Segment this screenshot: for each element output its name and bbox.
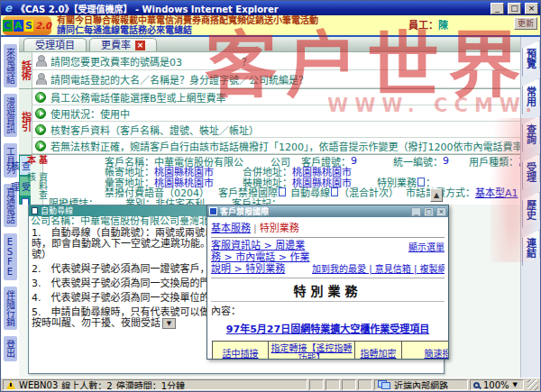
service-link[interactable]: 指轉加密: [355, 342, 402, 360]
sidebar-item-roaming-info[interactable]: 漫遊資訊: [4, 94, 17, 137]
guide-row: 若無法核對正確，婉請客戶自行由該市話話機撥打「1200」，依語音提示作變更（撥打…: [32, 138, 520, 154]
employee-info: 員工：陳: [408, 17, 448, 32]
right-tab-links[interactable]: 連結: [522, 230, 540, 266]
script-text: 請問您要更改費率的號碼是03 ？: [50, 54, 252, 68]
popup-nav: 客服資訊站 > 周邊業務 > 市內電話 > 作業說明 > 特別業務 顯示選單 加…: [211, 240, 445, 275]
logo-version: 2.0: [35, 21, 51, 31]
popup-restore-button[interactable]: □: [424, 207, 434, 216]
autoline-doc-icon[interactable]: [331, 187, 338, 196]
popup-heading: 特別業務: [211, 278, 445, 299]
magnifier-icon: [473, 382, 480, 388]
status-zone: 近端內部網路: [394, 379, 448, 390]
left-sidebar: 來電總結 漫遊資訊 工具列 直通電話 ESFE 伴隨行銷 登出: [1, 37, 19, 378]
minimize-button[interactable]: _: [491, 3, 504, 14]
guide-row: 使用狀況：使用中: [32, 105, 520, 122]
autoline-label: 自動尋線: [290, 185, 330, 199]
guide-text: 若無法核對正確，婉請客戶自行由該市話話機撥打「1200」，依語音提示作變更（撥打…: [50, 139, 520, 153]
cas-logo: C A S 2.0: [3, 16, 51, 35]
combo-dropdown-icon[interactable]: ▼: [162, 318, 176, 329]
tab-accept-items-label: 受理項目: [35, 40, 75, 51]
customer-data-section: 查核 受理 基本 資料查核 客戶名稱：中華電信股份有限公 公司 客戶證號：9 統…: [19, 154, 520, 206]
popup-nav-side: 顯示選單 加到我的最愛 | 意見信箱 | 複製網址 | 列印: [312, 240, 445, 275]
tab-close-icon[interactable]: ×: [135, 41, 145, 50]
guide-row: 核對客戶資料（客戶名稱、證號、裝址／帳址）: [32, 122, 520, 138]
billing-value-link[interactable]: 基本型A1: [475, 185, 518, 199]
warning-icon: [6, 380, 15, 389]
close-button[interactable]: ×: [525, 3, 538, 14]
guide-text: 員工公務電話僅能選擇B型或上網型費率: [50, 90, 226, 105]
popup-titlebar[interactable]: 客戶禁撥國際 _ □ ×: [207, 205, 448, 217]
guide-text: 使用狀況：使用中: [50, 106, 130, 121]
resize-grip[interactable]: [527, 379, 538, 390]
customer-data-body: 客戶名稱：中華電信股份有限公 公司 客戶證號：9 統一編號：9 用戶種類：乙 帳…: [43, 155, 520, 206]
popup-close-button[interactable]: ×: [436, 207, 446, 216]
scroll-up-icon[interactable]: ▲: [430, 188, 443, 202]
tab-accept-items[interactable]: 受理項目: [23, 38, 87, 51]
green-arrow-icon: [35, 141, 46, 151]
green-arrow-icon: [35, 124, 46, 135]
sidebar-item-esfe[interactable]: ESFE: [4, 233, 17, 280]
sidebar-item-marketing[interactable]: 伴隨行銷: [4, 287, 17, 330]
service-link[interactable]: 簡速撥號: [402, 342, 449, 360]
popup-window: 客戶禁撥國際 _ □ × 基本服務|特別業務 客服資訊站 > 周邊業務 > 市內…: [206, 205, 449, 360]
maximize-button[interactable]: □: [508, 3, 521, 14]
right-tab-frequent[interactable]: 常用: [522, 78, 540, 114]
logo-letter-a: A: [14, 20, 23, 32]
ubn-value: 9: [443, 155, 449, 167]
script-row: 請問電話登記的大名／名稱是？身分證字號／公司統編是？: [32, 70, 520, 88]
script-text: 請問電話登記的大名／名稱是？身分證字號／公司統編是？: [50, 72, 308, 87]
service-link[interactable]: 話中插接: [213, 342, 269, 360]
banner-line-2: 請同仁每通進線電話務必來電總結: [57, 25, 318, 35]
status-panel-zoom[interactable]: 100% ▼: [470, 379, 524, 390]
announcement-banner: C A S 2.0 有關今日聯合報報載中華電信消費券商搭配寬頻促銷送小筆電活動 …: [1, 15, 540, 37]
show-menu-link[interactable]: 顯示選單: [408, 240, 445, 253]
guide-text: 核對客戶資料（客戶名稱、證號、裝址／帳址）: [50, 123, 259, 137]
zoom-level: 100%: [483, 380, 509, 390]
script-rows: 請問您要更改費率的號碼是03 ？ 請問電話登記的大名／名稱是？身分證字號／公司統…: [32, 52, 520, 88]
status-idle-time: 停滯時間：1分鐘: [116, 379, 185, 390]
autoline-title: 自動尋線: [41, 205, 73, 216]
tab-change-rate[interactable]: 更費率 ×: [89, 38, 157, 51]
right-tab-preview[interactable]: 預覽: [522, 41, 540, 77]
logo-letter-c: C: [3, 20, 13, 32]
script-row: 請問您要更改費率的號碼是03 ？: [32, 52, 520, 70]
tab-change-rate-label: 更費率: [101, 40, 131, 51]
special-service-table: 話中插接 指定轉接【遙控指轉功能】 指轉加密 簡速撥號 按時叫醒 三方通話 勿干…: [212, 341, 449, 360]
service-link[interactable]: 指定轉接【遙控指轉功能】: [269, 342, 355, 360]
right-tab-history[interactable]: 歷史: [522, 192, 540, 228]
popup-minimize-button[interactable]: _: [411, 207, 421, 216]
popup-action-links[interactable]: 加到我的最愛 | 意見信箱 | 複製網址 | 列印: [312, 261, 445, 275]
main-content: 受理項目 更費率 × 話術 請問您要更改費率的號碼是03 ？ 請問電話登記的大名…: [19, 37, 520, 378]
status-panel: [358, 379, 372, 390]
guide-section: 指引 員工公務電話僅能選擇B型或上網型費率 使用狀況：使用中 核對客戶資料（客戶…: [19, 88, 520, 154]
notice-link[interactable]: 97年5月27日固網特業擴大空櫃作業受理項目: [226, 324, 429, 335]
person-icon: [35, 73, 46, 85]
sidebar-item-call-summary[interactable]: 來電總結: [4, 44, 17, 87]
certno-value: 9: [351, 155, 357, 167]
status-panel-main: WEBN03 線上人數：2 停滯時間：1分鐘: [3, 379, 307, 390]
logo-letter-s: S: [24, 20, 34, 32]
status-panel-zone: 近端內部網路: [374, 379, 468, 390]
work-item-tabbar: 受理項目 更費率 ×: [19, 37, 520, 51]
sidebar-item-logout[interactable]: 登出: [4, 336, 17, 361]
document-icon: [209, 207, 217, 215]
employee-label: 員工：: [408, 20, 438, 32]
green-arrow-icon: [35, 108, 46, 119]
status-online-count: 線上人數：2: [61, 379, 112, 390]
zoom-dropdown-icon[interactable]: ▼: [513, 381, 518, 388]
right-tab-accept[interactable]: 受理: [522, 154, 540, 190]
script-section: 話術 請問您要更改費率的號碼是03 ？ 請問電話登記的大名／名稱是？身分證字號／…: [19, 51, 520, 88]
popup-title: 客戶禁撥國際: [220, 205, 408, 217]
guide-rows: 員工公務電話僅能選擇B型或上網型費率 使用狀況：使用中 核對客戶資料（客戶名稱、…: [32, 89, 520, 154]
popup-tab-basic-service[interactable]: 基本服務: [211, 223, 251, 234]
content-label: 內容：: [211, 301, 445, 317]
right-tab-query[interactable]: 查詢: [522, 116, 540, 152]
person-icon: [35, 55, 46, 67]
autoline-note: （混合計次）: [339, 185, 399, 199]
status-panel: [326, 379, 340, 390]
table-row: 話中插接 指定轉接【遙控指轉功能】 指轉加密 簡速撥號: [213, 342, 449, 360]
breadcrumb[interactable]: 客服資訊站 > 周邊業務 > 市內電話 > 作業說明 > 特別業務: [211, 240, 312, 275]
customer-row-4: 禁撥付費語音（0204） 客戶禁撥國際 自動尋線（混合計次） 市話計費方式：基本…: [45, 187, 518, 198]
refresh-button[interactable]: 更新: [514, 17, 537, 30]
right-sidebar: 預覽 常用 查詢 受理 歷史 連結: [520, 37, 540, 378]
